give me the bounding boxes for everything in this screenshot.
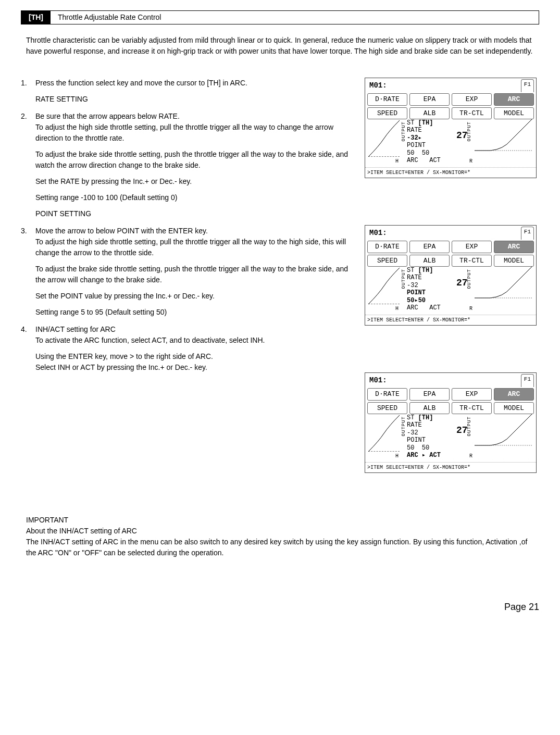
lcd1-rate-label: RATE (407, 127, 422, 134)
important-body: The INH/ACT setting of ARC in the menu c… (26, 537, 534, 558)
step-1-text: Press the function select key and move t… (35, 79, 247, 87)
lcd1-rate-val: -32▸ (407, 134, 422, 142)
lcd1-h-label: H (395, 157, 399, 165)
lcd3-rate-val: -32 (407, 429, 418, 437)
lcd1-params: ST [TH] RATE -32▸ POINT 50 50 ARC ACT (407, 119, 441, 164)
lcd2-rate-label: RATE (407, 274, 422, 281)
header-title: Throttle Adjustable Rate Control (51, 11, 168, 24)
lcd1-act-label: ACT (429, 157, 441, 164)
step-3-line2: To adjust the high side throttle setting… (35, 238, 346, 257)
lcd3-footer: >ITEM SELECT=ENTER / SX-MONITOR=* (365, 462, 536, 472)
header-tag: [TH] (21, 11, 51, 24)
lcd1-tab-arc: ARC (494, 93, 534, 106)
step-4-line3: Select INH or ACT by pressing the Inc.+ … (35, 363, 207, 371)
section-header: [TH] Throttle Adjustable Rate Control (21, 10, 539, 24)
step-4: INH/ACT setting for ARC To activate the … (21, 324, 349, 373)
lcd3-tab-trctl: TR-CTL (452, 402, 492, 415)
important-subheading: About the INH/ACT setting of ARC (26, 526, 534, 537)
lcd3-arc-arrow: ARC ▸ (407, 452, 426, 459)
lcd2-r-label: R (469, 305, 472, 313)
lcd2-tab-alb: ALB (409, 255, 450, 267)
lcd2-point-label: POINT (407, 289, 426, 296)
lcd1-footer: >ITEM SELECT=ENTER / SX-MONITOR=* (365, 167, 536, 178)
lcd3-act-emph: ACT (429, 452, 441, 459)
lcd3-curve-graph (368, 415, 400, 452)
lcd1-fn-tab: F1 (521, 79, 534, 92)
step-2: Be sure that the arrow appears below RAT… (21, 111, 349, 219)
lcd-screenshot-1: M01: F1 D·RATE EPA EXP ARC SPEED ALB TR-… (365, 78, 537, 178)
lcd1-response-graph (475, 119, 532, 156)
lcd1-ch: [TH] (418, 119, 433, 127)
lcd1-curve-graph (368, 120, 400, 157)
lcd-screenshot-2: M01: F1 D·RATE EPA EXP ARC SPEED ALB TR-… (365, 225, 537, 326)
important-heading: IMPORTANT (26, 515, 534, 526)
lcd2-act-label: ACT (429, 304, 441, 312)
lcd2-ch: [TH] (418, 267, 433, 274)
lcd2-rate-val: -32 (407, 282, 418, 289)
lcd2-tab-model: MODEL (494, 255, 534, 267)
important-section: IMPORTANT About the INH/ACT setting of A… (21, 515, 539, 558)
lcd1-tab-model: MODEL (494, 107, 534, 120)
lcd3-st: ST (407, 414, 414, 421)
lcd3-mid-val: 50 (422, 444, 429, 452)
lcd1-tab-speed: SPEED (367, 107, 407, 120)
lcd2-params: ST [TH] RATE -32 POINT 50▸50 ARC ACT (407, 267, 441, 312)
step-3-line4: Set the POINT value by pressing the Inc.… (35, 291, 349, 302)
lcd2-tab-epa: EPA (409, 241, 450, 253)
lcd2-tab-arc: ARC (494, 241, 534, 253)
step-3: Move the arrow to below POINT with the E… (21, 226, 349, 318)
step-4-line2: Using the ENTER key, move > to the right… (35, 352, 213, 360)
lcd2-st: ST (407, 267, 414, 274)
lcd1-point-val: 50 (407, 150, 414, 157)
lcd3-point-val: 50 (407, 444, 414, 452)
lcd3-output-label-right: OUTPUT (466, 416, 474, 436)
lcd1-point-label: POINT (407, 142, 426, 149)
step-3-line5: Setting range 5 to 95 (Default setting 5… (35, 307, 349, 318)
step-4-heading: INH/ACT setting for ARC (35, 325, 116, 333)
lcd1-r-label: R (469, 157, 472, 165)
lcd3-rate-label: RATE (407, 421, 422, 429)
lcd1-tab-drate: D·RATE (367, 93, 407, 106)
lcd2-curve-graph (368, 268, 400, 304)
lcd2-fn-tab: F1 (521, 227, 534, 240)
rate-setting-heading: RATE SETTING (35, 94, 349, 105)
lcd2-tab-speed: SPEED (367, 255, 407, 267)
step-2-line5: Setting range -100 to 100 (Default setti… (35, 192, 349, 203)
lcd1-st: ST (407, 119, 414, 127)
lcd3-tab-speed: SPEED (367, 402, 407, 415)
lcd3-tab-arc: ARC (494, 388, 534, 401)
lcd3-point-label: POINT (407, 437, 426, 444)
lcd1-mid-val: 50 (422, 150, 429, 157)
step-1: Press the function select key and move t… (21, 78, 349, 105)
step-3-line3: To adjust the brake side throttle settin… (35, 264, 349, 285)
lcd2-tab-exp: EXP (452, 241, 492, 253)
lcd2-arc-label: ARC (407, 304, 418, 312)
lcd3-model: M01: (367, 374, 389, 387)
lcd1-model: M01: (367, 79, 389, 92)
instruction-list: Press the function select key and move t… (21, 78, 349, 373)
lcd1-output-label-right: OUTPUT (466, 121, 474, 141)
lcd3-tab-epa: EPA (409, 388, 450, 401)
lcd1-tab-exp: EXP (452, 93, 492, 106)
step-2-line3: To adjust the brake side throttle settin… (35, 149, 349, 171)
step-2-line4: Set the RATE by pressing the Inc.+ or De… (35, 176, 349, 187)
step-4-line1: To activate the ARC function, select ACT… (35, 336, 265, 344)
lcd2-tab-trctl: TR-CTL (452, 255, 492, 267)
lcd3-tab-model: MODEL (494, 402, 534, 415)
step-3-line1: Move the arrow to below POINT with the E… (35, 227, 208, 235)
intro-paragraph: Throttle characteristic can be variably … (21, 35, 539, 57)
lcd2-point-val: 50▸50 (407, 297, 426, 304)
lcd1-arc-label: ARC (407, 157, 418, 164)
lcd3-fn-tab: F1 (521, 374, 534, 387)
lcd3-h-label: H (395, 452, 399, 460)
page-number: Page 21 (21, 600, 539, 614)
lcd3-r-label: R (469, 452, 472, 460)
lcd2-model: M01: (367, 227, 389, 240)
lcd2-footer: >ITEM SELECT=ENTER / SX-MONITOR=* (365, 315, 536, 325)
lcd3-params: ST [TH] RATE -32 POINT 50 50 ARC ▸ ACT (407, 414, 441, 459)
lcd1-tab-trctl: TR-CTL (452, 107, 492, 120)
point-setting-heading: POINT SETTING (35, 208, 349, 219)
lcd2-tab-drate: D·RATE (367, 241, 407, 253)
step-2-line1: Be sure that the arrow appears below RAT… (35, 112, 180, 120)
lcd3-tab-alb: ALB (409, 402, 450, 415)
